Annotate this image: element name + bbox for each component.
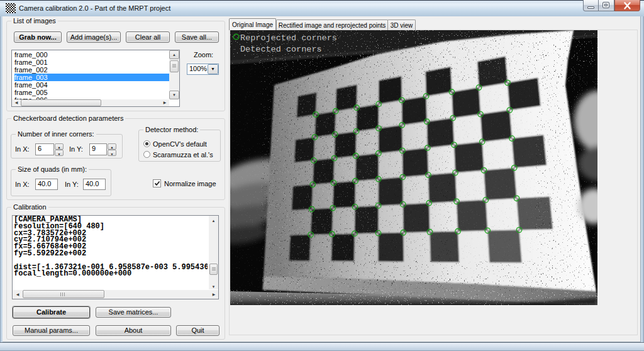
svg-text:Reprojected corners: Reprojected corners <box>240 33 337 43</box>
svg-text:Detected corners: Detected corners <box>240 45 322 54</box>
